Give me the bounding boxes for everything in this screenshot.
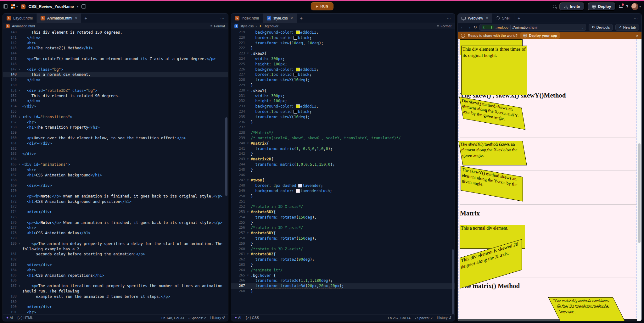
reload-icon[interactable]: ↻ <box>473 25 477 30</box>
code-line[interactable]: 227 border:1px solid black; <box>231 72 455 77</box>
code-line[interactable]: 233 background-color: #dddd11; <box>231 104 455 109</box>
code-editor-css[interactable]: 219 background-color: #dddd11;220 border… <box>231 29 455 314</box>
code-line[interactable]: 238/*Matrix*/ <box>231 130 455 136</box>
code-line[interactable]: 171 <p><b>Note:</b> When an animation is… <box>3 194 228 199</box>
overflow-menu-icon[interactable]: ⋯ <box>443 14 455 23</box>
code-line[interactable]: 259} <box>231 241 455 247</box>
language-status[interactable]: {✓} CSS <box>246 316 259 320</box>
code-line[interactable]: 153 </div> <box>3 98 228 104</box>
account-menu[interactable]: ▾ <box>631 3 641 10</box>
code-line[interactable]: 164 <box>3 157 228 162</box>
fold-arrow-icon[interactable]: ∨ <box>17 241 22 247</box>
breadcrumb-file[interactable]: style.css <box>240 24 254 28</box>
code-line[interactable]: 145 <p>The rotateZ() method rotates an e… <box>3 56 228 62</box>
notifications-icon[interactable] <box>619 4 623 8</box>
format-button[interactable]: ≡Format <box>210 24 225 28</box>
code-line[interactable]: 189 <box>3 299 228 305</box>
code-line[interactable]: 262 transform: rotateZ(90deg); <box>231 257 455 262</box>
spaces-setting[interactable]: • Spaces: 2 <box>415 316 433 320</box>
fold-arrow-icon[interactable]: ∨ <box>245 51 251 56</box>
format-button[interactable]: ≡Format <box>437 24 451 28</box>
color-swatch[interactable] <box>294 36 297 39</box>
deploy-button[interactable]: Deploy <box>588 3 616 11</box>
code-line[interactable]: 248 border: 3px dashed lavender; <box>231 183 455 188</box>
code-line[interactable]: 172 <h1>CSS Animation background and pos… <box>3 199 228 204</box>
tab-shell[interactable]: Shell <box>492 14 514 23</box>
color-swatch[interactable] <box>296 105 300 108</box>
code-line[interactable]: 256/*rotate in 3D Y-asis*/ <box>231 225 455 231</box>
code-line[interactable]: 258 transform: rotateY(150deg); <box>231 236 455 241</box>
code-line[interactable]: 239/* matrix(scaleX, skewY, skewX , scal… <box>231 136 455 141</box>
code-line[interactable]: 243∨#matrix2D{ <box>231 157 455 162</box>
new-tab-button[interactable]: ↗New tab <box>615 24 639 31</box>
code-line[interactable]: 223∨.skewX{ <box>231 51 455 56</box>
page-scrollbar-track[interactable] <box>637 39 641 321</box>
code-line[interactable]: 242} <box>231 151 455 157</box>
fold-arrow-icon[interactable]: ∨ <box>245 141 251 146</box>
spaces-setting[interactable]: • Spaces: 2 <box>188 316 206 320</box>
code-line[interactable]: 235 transform: skewY(10deg); <box>231 114 455 120</box>
code-line[interactable]: 225 height: 100px; <box>231 62 455 67</box>
project-title[interactable]: CSS_Review_YourName <box>29 4 74 9</box>
code-line[interactable]: 156∨<div id="transitions"> <box>3 114 228 120</box>
color-swatch[interactable] <box>296 189 300 192</box>
code-line[interactable]: 177 <hr> <box>3 225 228 231</box>
forward-icon[interactable]: → <box>467 25 471 30</box>
code-line[interactable]: 165∨<div id="animations"> <box>3 162 228 167</box>
code-line[interactable]: 234 border:1px solid black; <box>231 109 455 114</box>
code-line[interactable]: 267 transform: translate3d(20px,20px,20p… <box>231 283 455 289</box>
fold-arrow-icon[interactable]: ∨ <box>245 88 251 93</box>
cursor-position[interactable]: Ln 267, Col 14 <box>388 316 411 320</box>
code-line[interactable]: 251 <box>231 199 455 204</box>
close-icon[interactable]: × <box>75 16 77 20</box>
cursor-position[interactable]: Ln 148, Col 33 <box>161 316 184 320</box>
code-line[interactable]: 168 <box>3 178 228 183</box>
code-line[interactable]: 157 <hr> <box>3 120 228 125</box>
fold-arrow-icon[interactable]: ∨ <box>245 252 251 257</box>
code-line[interactable]: 178 <h1>CSS Animation delay</h1> <box>3 231 228 236</box>
code-line[interactable]: 140 This div element is rotated 150 degr… <box>3 30 228 35</box>
sidebar-toggle-icon[interactable] <box>3 4 8 8</box>
code-line[interactable]: 253∨#rotate3DX{ <box>231 209 455 215</box>
code-line[interactable]: 141 </div> <box>3 35 228 41</box>
fold-arrow-icon[interactable]: ∨ <box>245 209 251 215</box>
code-line[interactable]: 146 <box>3 62 228 67</box>
code-line[interactable]: 166 <hr> <box>3 167 228 173</box>
code-line[interactable]: 154</div> <box>3 104 228 109</box>
language-status[interactable]: {✓} HTML <box>17 316 33 320</box>
code-line[interactable]: 173 <box>3 204 228 209</box>
url-path[interactable]: /Animation.html <box>512 25 537 29</box>
code-line[interactable]: 152 This div element is rotated 90 degre… <box>3 93 228 99</box>
code-line[interactable]: 241 transform: matrix(1,-0.3,0,1,0,0); <box>231 146 455 152</box>
code-line[interactable]: 161 <div></div> <box>3 141 228 146</box>
code-line[interactable]: 249 background-color: lavenderblush; <box>231 188 455 194</box>
fold-arrow-icon[interactable]: ∨ <box>245 178 251 183</box>
code-line[interactable]: 240∨#matrix{ <box>231 141 455 146</box>
replit-menu[interactable]: ▾ <box>11 4 18 8</box>
code-line[interactable]: following example has a 2 <box>3 247 228 252</box>
code-line[interactable]: 151∨ <div id="rotate3DZ" class="bg"> <box>3 88 228 93</box>
code-line[interactable]: 229} <box>231 83 455 88</box>
code-line[interactable]: 188 example will run the animation 3 tim… <box>3 294 228 299</box>
fold-arrow-icon[interactable]: ∨ <box>17 114 22 120</box>
code-line[interactable]: 176 <p><b>Note:</b> When an animation is… <box>3 220 228 226</box>
code-line[interactable]: 180∨ <p>The animation-delay property spe… <box>3 241 228 247</box>
code-line[interactable]: 186 <box>3 278 228 283</box>
code-line[interactable]: 181 seconds delay before starting the an… <box>3 252 228 257</box>
breadcrumb-selector[interactable]: .bg:hover <box>264 24 278 28</box>
fold-arrow-icon[interactable]: ∨ <box>245 273 251 278</box>
ai-status[interactable]: ✦ AI <box>234 316 241 320</box>
back-icon[interactable]: ← <box>460 25 464 30</box>
code-line[interactable]: 185 <h1>CSS Animation repetitions</h1> <box>3 273 228 278</box>
code-line[interactable]: 155 <box>3 109 228 114</box>
new-tab-button[interactable]: + <box>81 14 90 23</box>
fold-arrow-icon[interactable]: ∨ <box>17 88 22 93</box>
close-icon[interactable]: × <box>291 16 293 20</box>
code-line[interactable]: 260/*rotate in 3D Z-axis*/ <box>231 247 455 252</box>
code-editor-html[interactable]: 140 This div element is rotated 150 degr… <box>3 29 228 314</box>
code-line[interactable]: 143 <h1>The rotateZ() Method</h1> <box>3 46 228 51</box>
code-line[interactable]: 261∨#rotate3DZ{ <box>231 252 455 257</box>
overflow-menu-icon[interactable]: ⋯ <box>630 14 641 23</box>
fold-arrow-icon[interactable]: ∨ <box>17 162 22 167</box>
code-line[interactable]: 224 width: 300px; <box>231 56 455 62</box>
